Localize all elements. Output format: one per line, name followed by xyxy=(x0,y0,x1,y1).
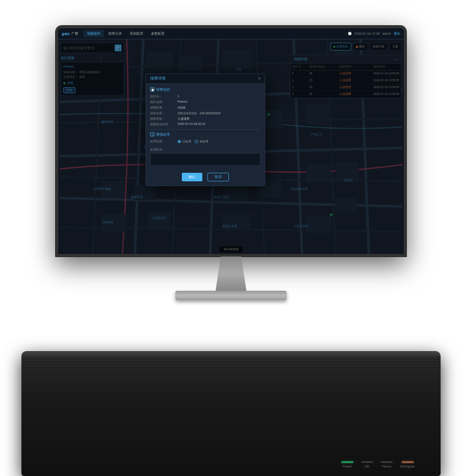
radio-processed[interactable]: 已处理 xyxy=(178,139,191,144)
value-distance: X52米 xyxy=(178,106,186,110)
monitor-bezel: gato 广西 地图操作 报警记录 系统配置 参数配置 🕐 2020-07-16… xyxy=(56,26,406,257)
radio-circle-processed xyxy=(178,140,181,143)
app-header: gato 广西 地图操作 报警记录 系统配置 参数配置 🕐 2020-07-16… xyxy=(58,28,404,39)
modal-close-button[interactable]: × xyxy=(258,76,261,81)
nav-tab-system[interactable]: 系统配置 xyxy=(126,30,147,37)
case-top-edge xyxy=(21,352,441,357)
ok-led xyxy=(361,461,373,463)
radio-unprocessed[interactable]: 未处理 xyxy=(195,139,208,144)
power-label: Power xyxy=(342,464,352,468)
map-area[interactable]: 育才中学 上海 上海 上海大学 建材市场 新村区 工业区 产业工人 OTT电子商… xyxy=(58,39,404,254)
case-body: Power OK Fence Energizer xyxy=(21,352,441,476)
info-row-distance: 报警距离： X52米 xyxy=(150,106,261,110)
logo-sub: 广西 xyxy=(71,31,78,36)
confirm-button[interactable]: 确认 xyxy=(182,173,202,181)
notes-label: 处理意见： xyxy=(150,148,176,152)
nav-tabs: 地图操作 报警记录 系统配置 参数配置 xyxy=(83,30,168,37)
label-coord: 坐标位置： xyxy=(150,111,176,115)
panel-fence: Fence xyxy=(381,461,393,468)
ok-label: OK xyxy=(364,464,370,468)
label-distance: 报警距离： xyxy=(150,106,176,110)
panel-energizer: Energizer xyxy=(400,461,415,468)
value-coord: 123.11111111，123.222222222 xyxy=(178,111,220,115)
process-result-row: 处理结果： 已处理 未处理 xyxy=(150,139,261,146)
monitor-base xyxy=(175,291,287,300)
logout-button[interactable]: 退出 xyxy=(394,32,400,36)
radio-circle-unprocessed xyxy=(195,140,198,143)
value-zone: 1 xyxy=(178,95,179,99)
logo-text: gato xyxy=(62,32,70,36)
value-type: 入侵报警 xyxy=(178,117,190,121)
nav-tab-alarm[interactable]: 报警记录 xyxy=(105,30,125,37)
energizer-label: Energizer xyxy=(400,464,415,468)
info-row-time: 报警发生时间： 2020-07-21 06:32:12 xyxy=(150,122,261,127)
nav-tab-params[interactable]: 参数配置 xyxy=(148,30,168,37)
desktop-case: Power OK Fence Energizer xyxy=(21,343,441,476)
label-name: 防区名称： xyxy=(150,100,176,104)
fence-led xyxy=(381,461,393,463)
process-icon: ⚙ xyxy=(150,132,154,136)
header-right: 🕐 2020-07-16 17:38 admin 退出 xyxy=(348,32,400,36)
modal-overlay: 报警详情 × 📋 报警信息 防区号： 1 xyxy=(58,39,404,254)
process-label: 处理结果： xyxy=(150,139,176,146)
modal-section1-title: 📋 报警信息 xyxy=(150,87,261,92)
info-icon: 📋 xyxy=(150,87,154,92)
modal-divider xyxy=(150,129,261,130)
power-led xyxy=(341,461,353,463)
modal-footer: 确认 取消 xyxy=(146,173,265,186)
modal-title: 报警详情 xyxy=(150,76,166,81)
notes-textarea[interactable] xyxy=(150,153,261,166)
info-row-coord: 坐标位置： 123.11111111，123.222222222 xyxy=(150,111,261,115)
case-stripes xyxy=(21,352,441,476)
panel-ok: OK xyxy=(361,461,373,468)
modal-section2-title: ⚙ 警情处理 xyxy=(150,132,261,137)
panel-power: Power xyxy=(341,461,353,468)
info-row-name: 防区名称： Fence1 xyxy=(150,100,261,104)
case-front-panel: Power OK Fence Energizer xyxy=(341,461,415,468)
datetime-text: 2020-07-16 17:38 xyxy=(354,32,379,35)
value-name: Fence1 xyxy=(178,100,187,104)
modal-body: 📋 报警信息 防区号： 1 防区名称： Fence1 xyxy=(146,84,265,173)
label-time: 报警发生时间： xyxy=(150,122,176,127)
info-row-type: 报警类型： 入侵报警 xyxy=(150,117,261,121)
notes-row: 处理意见： xyxy=(150,148,261,152)
radio-group: 已处理 未处理 xyxy=(178,139,208,144)
monitor-wrapper: gato 广西 地图操作 报警记录 系统配置 参数配置 🕐 2020-07-16… xyxy=(56,26,406,300)
nav-tab-map[interactable]: 地图操作 xyxy=(83,30,104,37)
label-zone: 防区号： xyxy=(150,95,176,99)
fence-label: Fence xyxy=(382,464,391,468)
logo-area: gato 广西 xyxy=(62,31,78,36)
clock-icon: 🕐 xyxy=(348,32,352,35)
username-text: admin xyxy=(382,32,391,35)
value-time: 2020-07-21 06:32:12 xyxy=(178,122,205,127)
info-row-zone: 防区号： 1 xyxy=(150,95,261,99)
cancel-button[interactable]: 取消 xyxy=(207,173,229,181)
monitor-neck xyxy=(214,257,248,291)
modal-dialog: 报警详情 × 📋 报警信息 防区号： 1 xyxy=(145,74,265,186)
screen: gato 广西 地图操作 报警记录 系统配置 参数配置 🕐 2020-07-16… xyxy=(58,28,404,254)
energizer-led xyxy=(402,461,414,463)
modal-header: 报警详情 × xyxy=(146,74,265,84)
label-type: 报警类型： xyxy=(150,117,176,121)
